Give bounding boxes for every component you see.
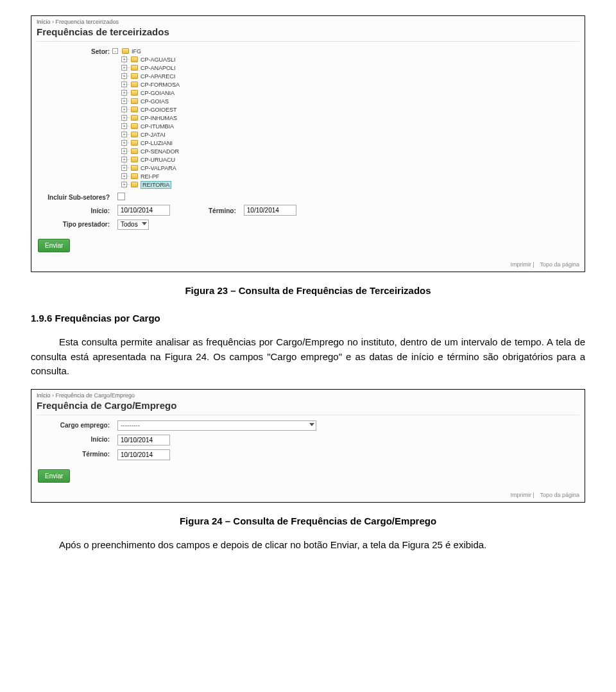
enviar-button[interactable]: Enviar [38,239,70,252]
tree-item-label[interactable]: CP-ANAPOLI [141,65,176,71]
tree-toggle-icon[interactable]: + [121,65,127,71]
folder-icon [131,90,138,96]
tree-toggle-icon[interactable]: + [121,73,127,79]
folder-icon [131,182,138,187]
paragraph-2: Após o preenchimento dos campos e depois… [31,538,585,553]
tree-toggle-icon[interactable]: + [121,56,127,62]
tree-item-label[interactable]: CP-GOIANIA [141,90,175,96]
tree-item-label[interactable]: CP-INHUMAS [141,115,177,121]
folder-icon [131,115,138,121]
label-setor: Setor: [37,47,114,55]
folder-icon [131,148,138,154]
setor-tree[interactable]: - IFG +CP-AGUASLI +CP-ANAPOLI +CP-APAREC… [117,47,180,189]
tree-toggle-icon[interactable]: + [121,182,127,187]
paragraph-1: Esta consulta permite analisar as frequê… [31,335,585,379]
chevron-down-icon [309,423,314,426]
termino-input[interactable]: 10/10/2014 [244,205,296,216]
label-subsetores: Incluir Sub-setores? [37,193,114,201]
tree-toggle-icon[interactable]: + [121,132,127,137]
tree-item-label[interactable]: CP-APARECI [141,73,175,80]
tree-item-label[interactable]: CP-URUACU [141,157,175,163]
tree-item-label-selected[interactable]: REITORIA [141,181,171,189]
label-termino: Término: [37,449,114,458]
tree-toggle-icon[interactable]: + [121,140,127,146]
tree-item-label[interactable]: CP-GOIOEST [141,107,177,113]
enviar-button[interactable]: Enviar [38,469,70,483]
tree-toggle-icon[interactable]: + [121,98,127,104]
inicio-input[interactable]: 10/10/2014 [117,205,170,216]
label-inicio: Início: [37,435,114,443]
label-cargo: Cargo emprego: [37,420,114,429]
tree-toggle-icon[interactable]: + [121,123,127,129]
imprimir-link[interactable]: Imprimir [511,492,532,498]
tree-toggle-icon[interactable]: + [121,148,127,154]
figure-24-box: Início › Frequência de Cargo/Emprego Fre… [31,389,585,503]
figure-23-caption: Figura 23 – Consulta de Frequências de T… [31,285,585,296]
folder-icon [131,82,138,87]
folder-icon [122,48,129,54]
cargo-select[interactable]: --------- [117,420,316,431]
breadcrumb-home[interactable]: Início [37,392,51,399]
tipoprestador-value: Todos [121,221,138,228]
tree-toggle-icon[interactable]: + [121,115,127,121]
folder-icon [131,123,138,129]
folder-icon [131,165,138,171]
page-title: Frequência de Cargo/Emprego [31,400,585,415]
footer-links: Imprimir | Topo da página [31,489,585,502]
tree-root-label[interactable]: IFG [132,48,141,55]
folder-icon [131,107,138,112]
section-heading: 1.9.6 Frequências por Cargo [31,313,585,324]
label-tipoprestador: Tipo prestador: [37,220,114,228]
breadcrumb-home[interactable]: Início [37,19,51,25]
checkbox-subsetores[interactable] [117,193,125,200]
label-inicio: Início: [37,206,114,214]
folder-icon [131,73,138,79]
tree-toggle-icon[interactable]: + [121,107,127,112]
tree-toggle-icon[interactable]: + [121,165,127,171]
topo-link[interactable]: Topo da página [540,261,579,268]
figure-23-box: Início › Frequencia terceirizados Frequê… [31,15,585,272]
tree-item-label[interactable]: CP-FORMOSA [141,82,180,88]
tree-item-label[interactable]: CP-AGUASLI [141,56,176,63]
termino-input[interactable]: 10/10/2014 [117,449,170,460]
breadcrumb: Início › Frequencia terceirizados [31,16,585,26]
folder-icon [131,132,138,137]
footer-links: Imprimir | Topo da página [31,259,585,272]
figure-24-caption: Figura 24 – Consulta de Frequências de C… [31,515,585,526]
folder-icon [131,56,138,62]
tree-item-label[interactable]: REI-PF [141,173,160,180]
tree-toggle-icon[interactable]: + [121,90,127,96]
imprimir-link[interactable]: Imprimir [511,261,532,268]
folder-icon [131,65,138,71]
tree-toggle-icon[interactable]: + [121,82,127,87]
tree-item-label[interactable]: CP-ITUMBIA [141,123,174,130]
tree-children: +CP-AGUASLI +CP-ANAPOLI +CP-APARECI +CP-… [124,55,180,189]
tipoprestador-select[interactable]: Todos [117,220,149,230]
tree-item-label[interactable]: CP-GOIAS [141,98,169,105]
tree-toggle-icon[interactable]: + [121,173,127,179]
folder-icon [131,140,138,146]
breadcrumb-current: Frequencia terceirizados [56,19,119,25]
topo-link[interactable]: Topo da página [540,492,579,498]
tree-item-label[interactable]: CP-LUZIANI [141,140,173,146]
inicio-input[interactable]: 10/10/2014 [117,435,170,445]
tree-toggle-icon[interactable]: - [112,48,118,54]
tree-toggle-icon[interactable]: + [121,157,127,162]
tree-item-label[interactable]: CP-VALPARA [141,165,176,171]
folder-icon [131,157,138,162]
breadcrumb: Início › Frequência de Cargo/Emprego [31,390,585,400]
folder-icon [131,173,138,179]
breadcrumb-current: Frequência de Cargo/Emprego [56,392,135,399]
chevron-down-icon [142,222,147,225]
tree-item-label[interactable]: CP-JATAI [141,132,166,138]
page-title: Frequências de terceirizados [31,26,585,41]
folder-icon [131,98,138,104]
cargo-value: --------- [121,422,140,429]
tree-item-label[interactable]: CP-SENADOR [141,148,179,155]
label-termino: Término: [209,206,240,214]
